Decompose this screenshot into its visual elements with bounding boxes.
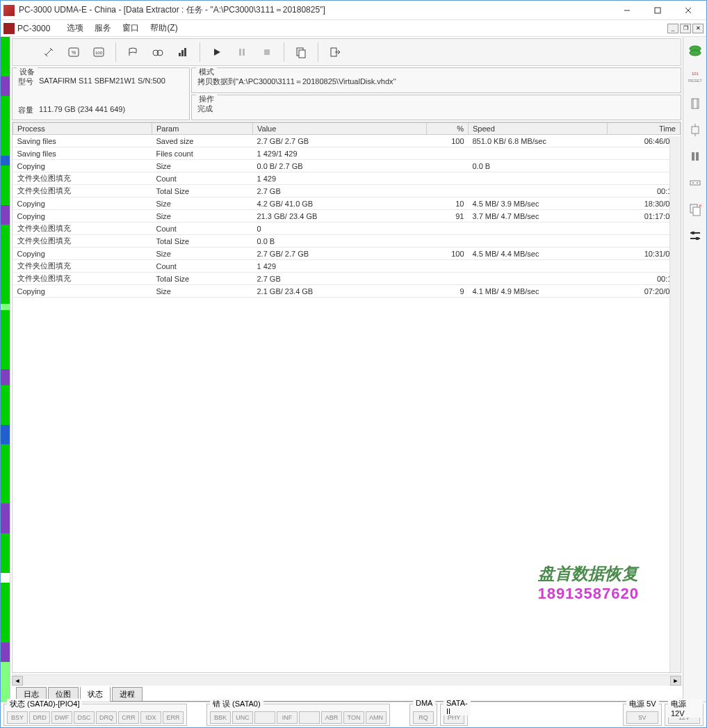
process-table[interactable]: Process Param Value % Speed Time Saving … bbox=[12, 122, 681, 673]
table-row[interactable]: 文件夹位图填充Count1 429 bbox=[13, 172, 681, 185]
table-row[interactable]: 文件夹位图填充Count1 429 bbox=[13, 260, 681, 273]
cell-process: Copying bbox=[13, 248, 152, 260]
col-process[interactable]: Process bbox=[13, 123, 152, 135]
toolbar: % 100 bbox=[12, 38, 681, 66]
table-row[interactable]: CopyingSize 4.2 GB/ 41.0 GB10 4.5 MB/ 3.… bbox=[13, 197, 681, 210]
cell-pct bbox=[427, 172, 469, 185]
status-error-group: 错 误 (SATA0) BBKUNCINFABRTONAMN bbox=[206, 704, 390, 726]
tool-copy-icon[interactable] bbox=[289, 41, 313, 63]
status-led: IDX bbox=[140, 711, 161, 724]
status-state-group: 状态 (SATA0)-[PIO4] BSYDRDDWFDSCDRQCRRIDXE… bbox=[3, 704, 187, 726]
close-button[interactable] bbox=[673, 1, 704, 19]
status-led: BSY bbox=[7, 711, 28, 724]
cell-process: Saving files bbox=[13, 135, 152, 147]
tool-settings-icon[interactable] bbox=[37, 41, 60, 63]
tab-process[interactable]: 进程 bbox=[112, 687, 143, 701]
tab-status[interactable]: 状态 bbox=[80, 686, 111, 702]
sidebar-chip-icon[interactable] bbox=[687, 122, 704, 138]
col-pct[interactable]: % bbox=[427, 123, 469, 135]
sidebar-connector-icon[interactable] bbox=[687, 175, 704, 191]
tool-exit-icon[interactable] bbox=[323, 41, 347, 63]
menu-service[interactable]: 服务 bbox=[89, 22, 117, 34]
mdi-minimize-button[interactable]: _ bbox=[667, 24, 678, 33]
tool-percent2-icon[interactable]: 100 bbox=[87, 41, 111, 63]
menu-window[interactable]: 窗口 bbox=[117, 22, 145, 34]
device-group: 设备 型号 SATAFIRM S11 SBFM21W1 S/N:500 容量 1… bbox=[12, 67, 190, 120]
table-row[interactable]: 文件夹位图填充Count0 bbox=[13, 223, 681, 235]
menu-help[interactable]: 帮助(Z) bbox=[145, 22, 183, 34]
mdi-restore-button[interactable]: ❐ bbox=[680, 24, 691, 33]
cell-speed bbox=[469, 223, 608, 235]
table-row[interactable]: Saving filesFiles count1 429/1 429 bbox=[13, 147, 681, 160]
status-5v-legend: 电源 5V bbox=[626, 699, 659, 709]
tool-chart-icon[interactable] bbox=[171, 41, 195, 63]
sidebar-pause-icon[interactable] bbox=[687, 148, 704, 165]
cell-value: 2.7 GB bbox=[253, 185, 427, 197]
cell-process: Saving files bbox=[13, 147, 152, 160]
cell-process: 文件夹位图填充 bbox=[13, 273, 152, 285]
status-12v-group: 电源 12V 12V bbox=[665, 704, 704, 726]
cell-param: Total Size bbox=[152, 273, 253, 285]
cell-param: Total Size bbox=[152, 185, 253, 197]
sidebar-disk-icon[interactable] bbox=[687, 42, 704, 59]
table-row[interactable]: CopyingSize 2.7 GB/ 2.7 GB100 4.5 MB/ 4.… bbox=[13, 248, 681, 260]
cell-param: Size bbox=[152, 210, 253, 223]
cell-pct bbox=[427, 223, 469, 235]
col-param[interactable]: Param bbox=[152, 123, 253, 135]
status-led: UNC bbox=[232, 711, 253, 724]
capacity-value: 111.79 GB (234 441 649) bbox=[39, 105, 125, 115]
sidebar-copy-icon[interactable]: × bbox=[687, 201, 704, 218]
sidebar-reset-icon[interactable]: 101RESET bbox=[687, 69, 704, 86]
svg-rect-16 bbox=[264, 49, 270, 55]
svg-rect-14 bbox=[239, 49, 241, 56]
cell-param: Total Size bbox=[152, 235, 253, 248]
table-row[interactable]: CopyingSize 21.3 GB/ 23.4 GB91 3.7 MB/ 4… bbox=[13, 210, 681, 223]
status-led bbox=[254, 711, 275, 724]
tool-play-icon[interactable] bbox=[205, 41, 229, 63]
cell-param: Saved size bbox=[152, 135, 253, 147]
col-time[interactable]: Time bbox=[608, 123, 681, 135]
table-row[interactable]: Saving filesSaved size 2.7 GB/ 2.7 GB100… bbox=[13, 135, 681, 147]
cell-pct bbox=[427, 273, 469, 285]
mdi-close-button[interactable]: ✕ bbox=[692, 24, 704, 33]
table-row[interactable]: 文件夹位图填充Total Size 0.0 B bbox=[13, 235, 681, 248]
tool-pause-icon[interactable] bbox=[230, 41, 254, 63]
operation-group: 操作 完成 bbox=[191, 95, 681, 120]
model-value: SATAFIRM S11 SBFM21W1 S/N:500 bbox=[39, 76, 165, 87]
minimize-button[interactable] bbox=[612, 1, 642, 19]
tool-binoculars-icon[interactable] bbox=[146, 41, 170, 63]
tool-stop-icon[interactable] bbox=[255, 41, 279, 63]
titlebar: PC-3000 UDMA-E - China - [Data Extractor… bbox=[1, 1, 706, 20]
scroll-right-icon[interactable]: ► bbox=[670, 676, 681, 686]
app-logo-small bbox=[3, 23, 15, 34]
scroll-left-icon[interactable]: ◄ bbox=[12, 676, 23, 686]
tool-navigate-icon[interactable] bbox=[121, 41, 145, 63]
tool-percent1-icon[interactable]: % bbox=[62, 41, 86, 63]
cell-process: Copying bbox=[13, 210, 152, 223]
svg-text:%: % bbox=[72, 50, 76, 55]
status-dma-legend: DMA bbox=[413, 699, 435, 707]
col-value[interactable]: Value bbox=[253, 123, 427, 135]
maximize-button[interactable] bbox=[642, 1, 673, 19]
cell-speed bbox=[469, 235, 608, 248]
table-row[interactable]: CopyingSize 0.0 B/ 2.7 GB 0.0 B bbox=[13, 160, 681, 172]
col-speed[interactable]: Speed bbox=[469, 123, 608, 135]
svg-rect-27 bbox=[692, 127, 699, 134]
cell-speed bbox=[469, 273, 608, 285]
status-sata2-legend: SATA-II bbox=[444, 699, 471, 715]
cell-pct: 100 bbox=[427, 248, 469, 260]
table-row[interactable]: CopyingSize 2.1 GB/ 23.4 GB9 4.1 MB/ 4.9… bbox=[13, 285, 681, 298]
svg-text:101: 101 bbox=[691, 72, 699, 76]
cell-value: 2.1 GB/ 23.4 GB bbox=[253, 285, 427, 298]
svg-rect-40 bbox=[692, 232, 694, 234]
table-row[interactable]: 文件夹位图填充Total Size 2.7 GB00:15 bbox=[13, 185, 681, 197]
vertical-scrollbar[interactable] bbox=[669, 136, 681, 672]
table-row[interactable]: 文件夹位图填充Total Size 2.7 GB00:11 bbox=[13, 273, 681, 285]
sidebar-pins-icon[interactable] bbox=[687, 95, 704, 112]
watermark-text: 盘首数据恢复 bbox=[537, 563, 639, 585]
sidebar-settings-icon[interactable] bbox=[687, 227, 704, 244]
app-icon bbox=[3, 5, 15, 16]
menu-options[interactable]: 选项 bbox=[61, 22, 89, 34]
horizontal-scrollbar[interactable]: ◄ ► bbox=[12, 674, 681, 686]
svg-text:100: 100 bbox=[95, 51, 103, 55]
